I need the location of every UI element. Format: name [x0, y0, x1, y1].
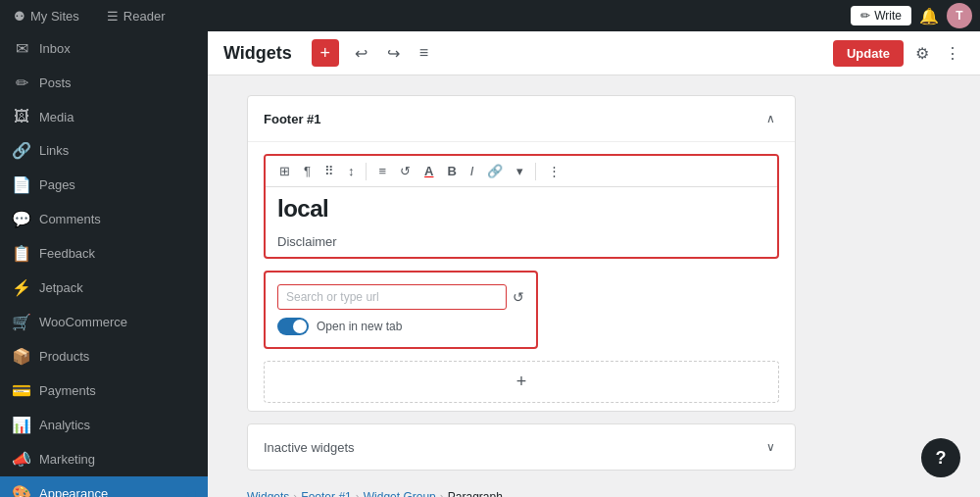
sidebar-item-feedback[interactable]: 📋 Feedback [0, 236, 208, 271]
toolbar-link-btn[interactable]: 🔗 [481, 160, 509, 182]
sidebar-item-woocommerce[interactable]: 🛒 WooCommerce [0, 305, 208, 339]
url-input-row: ↺ [277, 284, 524, 310]
content-area: Footer #1 ∧ ⊞ ¶ ⠿ ↕ ≡ ↺ [208, 75, 980, 497]
pages-icon: 📄 [12, 175, 31, 194]
footer-1-title: Footer #1 [264, 112, 321, 126]
toolbar-undo-btn[interactable]: ↺ [394, 160, 416, 182]
layout: ✉ Inbox ✏ Posts 🖼 Media 🔗 Links 📄 Pages … [0, 31, 980, 497]
topbar: ⚉ My Sites ☰ Reader ✏ Write 🔔 T [0, 0, 980, 31]
toolbar-align-btn[interactable]: ≡ [372, 160, 392, 182]
toolbar-bold-btn[interactable]: B [441, 160, 462, 182]
user-avatar[interactable]: T [947, 3, 972, 28]
new-tab-row: Open in new tab [277, 318, 524, 335]
inactive-widgets-title: Inactive widgets [264, 440, 355, 455]
toolbar-grid-btn[interactable]: ⠿ [318, 160, 340, 182]
toolbar-divider-1 [366, 163, 367, 180]
breadcrumb-footer1[interactable]: Footer #1 [301, 490, 351, 497]
header-bar: Widgets + ↩ ↪ ≡ Update ⚙ ⋮ [208, 31, 980, 75]
sidebar-item-payments[interactable]: 💳 Payments [0, 373, 208, 408]
write-button[interactable]: ✏ Write [851, 6, 911, 25]
add-block-button[interactable]: + [264, 361, 779, 403]
breadcrumb: Widgets › Footer #1 › Widget Group › Par… [247, 482, 941, 497]
breadcrumb-widget-group[interactable]: Widget Group [364, 490, 436, 497]
toggle-knob [293, 320, 307, 333]
redo-button[interactable]: ↪ [383, 40, 404, 67]
feedback-icon: 📋 [12, 244, 31, 263]
appearance-arrow: ◀ [185, 486, 196, 498]
sidebar-item-jetpack[interactable]: ⚡ Jetpack [0, 271, 208, 305]
breadcrumb-sep-3: › [440, 490, 444, 497]
reader-nav[interactable]: ☰ Reader [101, 0, 172, 31]
jetpack-icon: ⚡ [12, 278, 31, 297]
toolbar-para-btn[interactable]: ¶ [298, 160, 317, 182]
inactive-widgets-collapse[interactable]: ∨ [762, 436, 779, 458]
payments-icon: 💳 [12, 381, 31, 400]
sidebar-item-comments[interactable]: 💬 Comments [0, 202, 208, 236]
footer-1-card: Footer #1 ∧ ⊞ ¶ ⠿ ↕ ≡ ↺ [247, 95, 796, 412]
posts-icon: ✏ [12, 74, 31, 92]
editor-toolbar: ⊞ ¶ ⠿ ↕ ≡ ↺ A B I 🔗 ▾ [266, 156, 777, 187]
topbar-right: ✏ Write 🔔 T [851, 3, 972, 28]
sidebar-item-posts[interactable]: ✏ Posts [0, 66, 208, 100]
links-icon: 🔗 [12, 141, 31, 160]
page-title: Widgets [223, 43, 292, 64]
inbox-icon: ✉ [12, 39, 31, 58]
breadcrumb-sep-2: › [356, 490, 360, 497]
toolbar-more-btn[interactable]: ▾ [511, 160, 529, 182]
toolbar-divider-2 [535, 163, 536, 180]
sidebar-item-pages[interactable]: 📄 Pages [0, 168, 208, 202]
sidebar-item-links[interactable]: 🔗 Links [0, 133, 208, 168]
media-icon: 🖼 [12, 108, 31, 125]
marketing-icon: 📣 [12, 450, 31, 469]
sidebar-item-media[interactable]: 🖼 Media [0, 100, 208, 133]
woocommerce-icon: 🛒 [12, 313, 31, 331]
toolbar-options-btn[interactable]: ⋮ [542, 160, 566, 182]
analytics-icon: 📊 [12, 416, 31, 434]
wp-icon: ⚉ [14, 9, 25, 24]
sidebar-item-products[interactable]: 📦 Products [0, 339, 208, 373]
sidebar-item-inbox[interactable]: ✉ Inbox [0, 31, 208, 66]
toolbar-copy-btn[interactable]: ⊞ [273, 160, 296, 182]
new-tab-label: Open in new tab [317, 320, 402, 333]
reader-icon: ☰ [107, 9, 119, 24]
url-search-input[interactable] [277, 284, 507, 310]
url-submit-button[interactable]: ↺ [513, 289, 524, 305]
editor-container: ⊞ ¶ ⠿ ↕ ≡ ↺ A B I 🔗 ▾ [264, 154, 779, 259]
undo-button[interactable]: ↩ [351, 40, 371, 67]
header-right: Update ⚙ ⋮ [833, 40, 964, 67]
breadcrumb-widgets[interactable]: Widgets [247, 490, 289, 497]
sidebar-item-appearance[interactable]: 🎨 Appearance ◀ [0, 476, 208, 497]
new-tab-toggle[interactable] [277, 318, 309, 335]
inactive-widgets-card: Inactive widgets ∨ [247, 423, 796, 471]
help-button[interactable]: ? [921, 438, 960, 477]
products-icon: 📦 [12, 347, 31, 366]
url-popup: ↺ Open in new tab [264, 271, 538, 349]
comments-icon: 💬 [12, 210, 31, 228]
appearance-icon: 🎨 [12, 484, 31, 497]
toolbar-move-btn[interactable]: ↕ [342, 160, 361, 182]
sidebar-item-marketing[interactable]: 📣 Marketing [0, 442, 208, 476]
details-button[interactable]: ≡ [416, 40, 432, 66]
sidebar: ✉ Inbox ✏ Posts 🖼 Media 🔗 Links 📄 Pages … [0, 31, 208, 497]
pencil-icon: ✏ [860, 9, 870, 23]
more-options-button[interactable]: ⋮ [941, 40, 964, 67]
update-button[interactable]: Update [833, 40, 904, 67]
disclaimer-label: Disclaimer [266, 230, 777, 257]
editor-text-content[interactable]: local [266, 187, 777, 230]
breadcrumb-paragraph: Paragraph [448, 490, 503, 497]
footer-1-header: Footer #1 ∧ [248, 96, 795, 142]
breadcrumb-sep-1: › [293, 490, 297, 497]
footer-1-body: ⊞ ¶ ⠿ ↕ ≡ ↺ A B I 🔗 ▾ [248, 154, 795, 403]
footer-1-collapse[interactable]: ∧ [762, 108, 779, 129]
settings-button[interactable]: ⚙ [911, 40, 933, 67]
my-sites-nav[interactable]: ⚉ My Sites [8, 0, 85, 31]
toolbar-text-color-btn[interactable]: A [418, 160, 439, 182]
add-widget-button[interactable]: + [312, 39, 339, 67]
sidebar-item-analytics[interactable]: 📊 Analytics [0, 408, 208, 442]
toolbar-italic-btn[interactable]: I [465, 160, 480, 182]
notifications-bell[interactable]: 🔔 [919, 7, 939, 25]
inactive-widgets-header: Inactive widgets ∨ [248, 424, 795, 470]
main-content: Widgets + ↩ ↪ ≡ Update ⚙ ⋮ Footer #1 ∧ [208, 31, 980, 497]
